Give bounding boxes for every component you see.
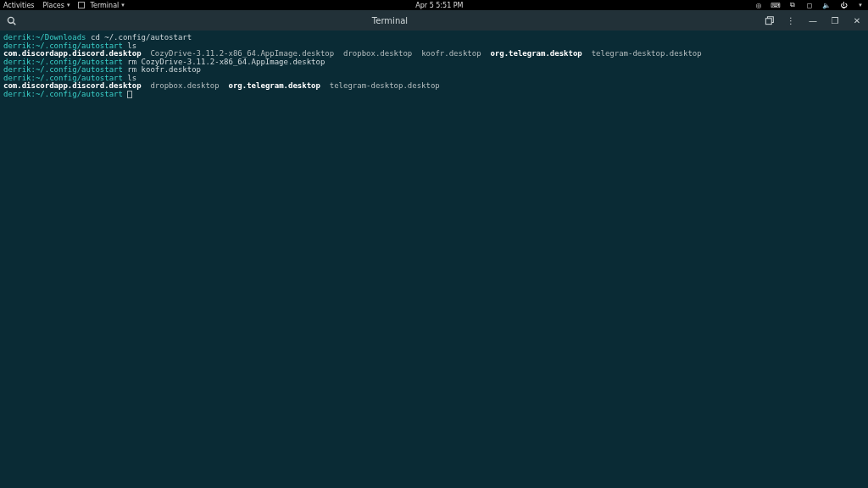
system-menu-caret-icon[interactable]: ▾ bbox=[856, 1, 865, 9]
svg-point-0 bbox=[8, 17, 14, 23]
dropbox-icon[interactable]: ⧉ bbox=[788, 1, 797, 9]
speaker-icon[interactable]: 🔈 bbox=[822, 1, 831, 9]
window-titlebar: Terminal ⋮ — ❐ ✕ bbox=[0, 10, 868, 30]
activities-label: Activities bbox=[3, 2, 35, 9]
chevron-down-icon: ▾ bbox=[67, 2, 70, 8]
hamburger-menu-button[interactable]: ⋮ bbox=[785, 14, 797, 26]
ls-entry: com.discordapp.discord.desktop bbox=[3, 81, 142, 90]
command-text: cd ~/.config/autostart bbox=[91, 33, 192, 42]
keyboard-icon[interactable]: ⌨ bbox=[771, 1, 780, 9]
ls-entry: org.telegram.desktop bbox=[229, 81, 320, 90]
terminal-cursor bbox=[127, 91, 132, 98]
maximize-button[interactable]: ❐ bbox=[829, 14, 841, 26]
places-label: Places bbox=[43, 2, 64, 9]
screen-icon[interactable]: ◻ bbox=[805, 1, 814, 9]
ls-entry: telegram-desktop.desktop bbox=[330, 81, 440, 90]
terminal-output[interactable]: derrik:~/Downloads cd ~/.config/autostar… bbox=[0, 30, 868, 488]
minimize-button[interactable]: — bbox=[807, 14, 819, 26]
activities-button[interactable]: Activities bbox=[3, 2, 35, 9]
places-menu[interactable]: Places▾ bbox=[43, 2, 70, 9]
ls-entry: com.discordapp.discord.desktop bbox=[3, 49, 142, 58]
power-icon[interactable]: ⏻ bbox=[839, 1, 848, 9]
clock[interactable]: Apr 5 5:51 PM bbox=[415, 2, 463, 9]
ls-entry: org.telegram.desktop bbox=[490, 49, 581, 58]
chevron-down-icon: ▾ bbox=[121, 2, 125, 8]
tweaks-icon[interactable]: ◎ bbox=[754, 1, 763, 9]
prompt-user: derrik bbox=[3, 33, 31, 42]
ls-entry: CozyDrive-3.11.2-x86_64.AppImage.desktop bbox=[150, 49, 334, 58]
gnome-topbar: Activities Places▾ Terminal▾ Apr 5 5:51 … bbox=[0, 0, 868, 10]
window-title: Terminal bbox=[17, 16, 763, 25]
svg-line-1 bbox=[13, 22, 15, 25]
prompt-path: ~/Downloads bbox=[36, 33, 86, 42]
ls-entry: dropbox.desktop bbox=[343, 49, 412, 58]
ls-entry: telegram-desktop.desktop bbox=[592, 49, 702, 58]
search-button[interactable] bbox=[5, 14, 17, 26]
ls-entry: dropbox.desktop bbox=[150, 81, 219, 90]
terminal-window: Terminal ⋮ — ❐ ✕ derrik:~/Downloads cd ~… bbox=[0, 10, 868, 488]
terminal-icon bbox=[78, 2, 85, 8]
close-button[interactable]: ✕ bbox=[851, 14, 863, 26]
app-menu-label: Terminal bbox=[90, 2, 119, 9]
svg-rect-2 bbox=[765, 18, 771, 24]
new-tab-button[interactable] bbox=[763, 14, 775, 26]
ls-entry: koofr.desktop bbox=[421, 49, 481, 58]
app-menu[interactable]: Terminal▾ bbox=[78, 2, 124, 9]
